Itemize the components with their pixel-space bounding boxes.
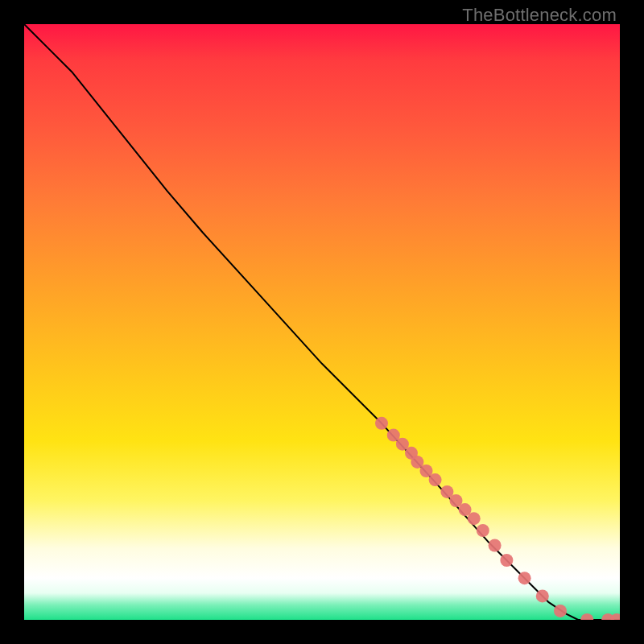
svg-point-6 xyxy=(429,473,442,486)
svg-point-10 xyxy=(468,512,481,525)
curve-line xyxy=(24,24,620,620)
svg-point-0 xyxy=(375,417,388,430)
chart-frame: TheBottleneck.com xyxy=(0,0,644,644)
svg-point-17 xyxy=(580,613,593,620)
svg-point-15 xyxy=(536,589,549,602)
svg-point-19 xyxy=(610,613,620,620)
plot-area xyxy=(24,24,620,620)
svg-point-11 xyxy=(477,524,489,537)
watermark-label: TheBottleneck.com xyxy=(462,5,617,26)
scatter-points xyxy=(375,417,620,620)
svg-point-16 xyxy=(554,605,567,617)
svg-point-12 xyxy=(489,539,502,552)
svg-point-14 xyxy=(518,572,531,584)
chart-svg xyxy=(24,24,620,620)
svg-point-13 xyxy=(500,554,513,567)
